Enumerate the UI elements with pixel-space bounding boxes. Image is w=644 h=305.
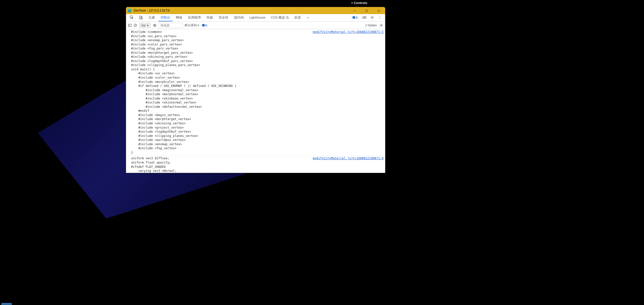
clear-console-icon[interactable] [134,24,137,27]
tab-sources[interactable]: 源代码 [232,14,246,21]
log-level-selector[interactable]: 默认级别 ▾ [185,23,199,27]
chevron-down-icon: ▾ [147,24,148,27]
tab-css-overview[interactable]: CSS 概述 [269,14,291,21]
svg-point-12 [380,17,380,18]
window-close-button[interactable] [374,7,384,14]
svg-point-19 [154,25,155,26]
tab-network[interactable]: 网络 [174,14,185,21]
svg-point-10 [372,17,373,18]
device-toolbar-icon[interactable] [137,14,145,21]
issues-count: 8 [356,16,357,19]
svg-point-20 [381,25,382,26]
window-maximize-button[interactable] [361,7,372,14]
console-toolbar: top ▾ 默认级别 ▾ 8 2 hidden [126,22,385,29]
svg-point-11 [380,16,380,17]
console-source-link[interactable]: modifyCityMaterial.js?t=1688822198871:5 [310,30,384,34]
console-message: #include <common> #include <uv_pars_vert… [126,29,385,156]
window-titlebar[interactable]: DevTools - 127.0.0.1:5173/ [126,7,385,14]
console-settings-gear-icon[interactable] [379,23,383,27]
svg-rect-1 [366,10,368,12]
tab-css-overview-label: CSS 概述 [271,15,285,20]
svg-rect-5 [139,16,141,19]
console-issues-badge[interactable]: 8 [201,24,208,27]
window-title: DevTools - 127.0.0.1:5173/ [134,9,347,12]
chevron-down-icon: ▾ [351,2,353,4]
add-tab-button[interactable]: ＋ [304,14,312,21]
tab-lighthouse[interactable]: Lighthouse [247,14,268,21]
svg-rect-8 [365,17,366,18]
inspect-element-icon[interactable] [128,14,136,21]
kebab-menu-icon[interactable] [376,16,384,20]
tab-performance[interactable]: 性能 [204,14,215,21]
log-level-label: 默认级别 [185,23,197,27]
console-messages-pane[interactable]: #include <common> #include <uv_pars_vert… [126,29,385,173]
issue-icon [202,24,205,26]
window-minimize-button[interactable] [349,7,359,14]
chevron-down-icon: ▾ [197,24,199,27]
svg-rect-14 [128,24,131,27]
edge-browser-icon [128,9,132,13]
tab-application[interactable]: 应用程序 [186,14,203,21]
devtools-window: DevTools - 127.0.0.1:5173/ 元素 控制台 网络 应用程… [126,7,385,173]
svg-rect-7 [363,17,364,18]
console-source-link[interactable]: modifyCityMaterial.js?t=1688822198871:6 [310,156,384,161]
execution-context-label: top [141,24,146,27]
tab-welcome[interactable]: 欢迎 [292,14,303,21]
live-expression-icon[interactable] [153,24,157,27]
console-message-text: uniform vec3 diffuse; uniform float opac… [131,156,310,173]
taskbar-app-preview[interactable] [1,303,12,305]
issue-icon [353,16,355,19]
svg-rect-4 [130,16,132,18]
svg-point-18 [153,24,156,27]
hidden-messages-label[interactable]: 2 hidden [365,24,377,27]
flask-icon [286,16,289,19]
issues-counter[interactable]: 8 [350,16,360,20]
customize-layout-icon[interactable] [361,16,368,20]
console-message: uniform vec3 diffuse; uniform float opac… [126,156,385,173]
tab-security[interactable]: 安全性 [216,14,231,21]
svg-line-17 [134,24,136,26]
console-issues-count: 8 [205,24,207,27]
console-filter-input[interactable] [159,23,183,28]
svg-point-13 [380,18,380,19]
execution-context-selector[interactable]: top ▾ [139,23,151,28]
console-message-text: #include <common> #include <uv_pars_vert… [131,30,310,155]
settings-gear-icon[interactable] [369,16,376,20]
app-controls-bar: ▾ Controls [0,0,644,6]
controls-label-text: Controls [354,1,367,5]
tab-console[interactable]: 控制台 [158,14,173,21]
toggle-sidebar-icon[interactable] [128,24,132,27]
controls-toggle[interactable]: ▾ Controls [351,1,367,5]
devtools-tabstrip: 元素 控制台 网络 应用程序 性能 安全性 源代码 Lighthouse CSS… [126,14,385,22]
tab-elements[interactable]: 元素 [146,14,157,21]
